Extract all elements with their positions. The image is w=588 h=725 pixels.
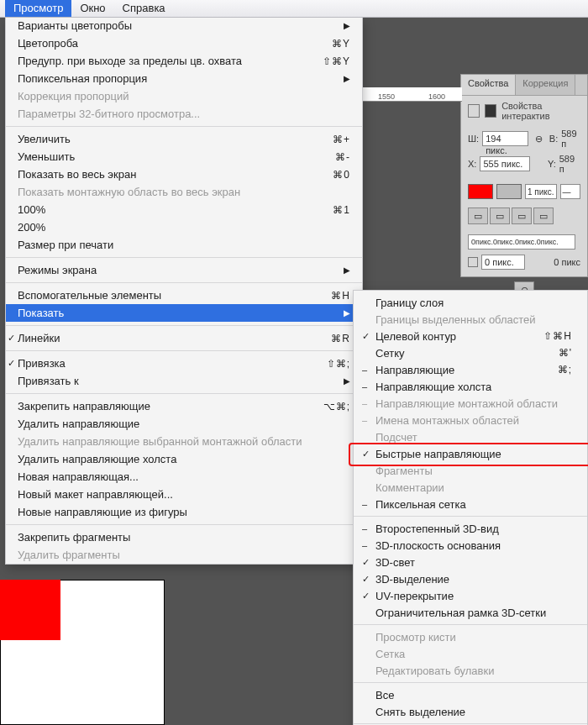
menu-label: Просмотр кисти xyxy=(375,631,572,644)
stroke-swatch[interactable] xyxy=(496,184,522,199)
align-btn-1[interactable]: ▭ xyxy=(468,208,488,224)
x-input[interactable]: 555 пикс. xyxy=(480,156,530,171)
submenu-item-25[interactable]: Все xyxy=(354,686,587,703)
submenu-arrow-icon: ▶ xyxy=(344,376,350,386)
shortcut: ⇧⌘H xyxy=(537,330,572,342)
stroke-width-select[interactable]: 1 пикс. xyxy=(525,184,557,199)
menu-label: Уменьшить xyxy=(18,150,328,163)
check-icon: ✓ xyxy=(362,591,370,602)
dash-icon: – xyxy=(362,523,367,533)
menu-item-34: Удалить фрагменты xyxy=(6,546,362,564)
check-icon: ✓ xyxy=(362,449,370,460)
stroke-style-select[interactable]: — xyxy=(560,184,580,199)
menu-item-3[interactable]: Попиксельная пропорция▶ xyxy=(6,70,362,87)
menu-item-25[interactable]: Закрепить направляющие⌥⌘; xyxy=(6,397,362,415)
submenu-item-15[interactable]: –3D-плоскость основания xyxy=(354,537,587,554)
width-input[interactable]: 194 пикс. xyxy=(482,131,528,146)
align-btn-2[interactable]: ▭ xyxy=(490,208,510,224)
menu-label: Быстрые направляющие xyxy=(375,448,572,460)
red-rectangle-shape[interactable] xyxy=(0,580,60,640)
submenu-item-18[interactable]: ✓UV-перекрытие xyxy=(354,587,587,604)
corner-input-1[interactable]: 0 пикс. xyxy=(481,255,525,270)
menu-label: Вспомогательные элементы xyxy=(18,289,324,302)
menu-item-22[interactable]: ✓Привязка⇧⌘; xyxy=(6,355,362,372)
shortcut: ⌘+ xyxy=(326,134,350,145)
submenu-item-3[interactable]: Сетку⌘' xyxy=(354,344,587,361)
submenu-item-11: Комментарии xyxy=(354,479,587,496)
menu-label: Подсчет xyxy=(375,431,572,444)
submenu-item-6: –Направляющие монтажной области xyxy=(354,395,587,412)
menu-item-13[interactable]: Размер при печати xyxy=(6,236,362,254)
corner-value-2[interactable]: 0 пикс xyxy=(554,257,580,267)
menu-item-15[interactable]: Режимы экрана▶ xyxy=(6,261,362,279)
menu-window[interactable]: Окно xyxy=(71,0,113,17)
menu-label: UV-перекрытие xyxy=(375,590,572,602)
menu-item-2[interactable]: Предупр. при выходе за пределы цв. охват… xyxy=(6,52,362,70)
menu-item-9[interactable]: Показать во весь экран⌘0 xyxy=(6,165,362,183)
shortcut: ⌘1 xyxy=(326,204,350,216)
submenu-item-0[interactable]: Границу слоя xyxy=(354,294,587,311)
menu-item-1[interactable]: Цветопроба⌘Y xyxy=(6,34,362,52)
menu-item-33[interactable]: Закрепить фрагменты xyxy=(6,528,362,546)
menu-item-17[interactable]: Вспомогательные элементы⌘H xyxy=(6,286,362,304)
align-btn-3[interactable]: ▭ xyxy=(512,208,532,224)
menu-label: 100% xyxy=(18,203,326,216)
menu-item-12[interactable]: 200% xyxy=(6,218,362,236)
dash-icon: – xyxy=(362,415,367,425)
ruler-tick: 1600 xyxy=(428,92,445,101)
submenu-item-4[interactable]: –Направляющие⌘; xyxy=(354,361,587,378)
submenu-item-14[interactable]: –Второстепенный 3D-вид xyxy=(354,520,587,537)
menu-label: Направляющие холста xyxy=(375,381,572,393)
corners-summary[interactable]: 0пикс.0пикс.0пикс.0пикс. xyxy=(468,234,575,250)
menu-label: Имена монтажных областей xyxy=(375,414,572,427)
submenu-item-26[interactable]: Снять выделение xyxy=(354,703,587,720)
y-value[interactable]: 589 п xyxy=(559,154,580,174)
menu-item-23[interactable]: Привязать к▶ xyxy=(6,372,362,390)
submenu-item-5[interactable]: –Направляющие холста xyxy=(354,378,587,395)
tab-properties[interactable]: Свойства xyxy=(461,75,516,95)
align-btn-4[interactable]: ▭ xyxy=(533,208,554,224)
submenu-item-2[interactable]: ✓Целевой контур⇧⌘H xyxy=(354,328,587,344)
menu-item-0[interactable]: Варианты цветопробы▶ xyxy=(6,17,362,34)
menu-label: Попиксельная пропорция xyxy=(18,72,344,85)
menu-view[interactable]: Просмотр xyxy=(5,0,71,17)
menu-item-7[interactable]: Увеличить⌘+ xyxy=(6,130,362,148)
menu-item-29[interactable]: Новая направляющая... xyxy=(6,468,362,486)
submenu-item-22: Сетка xyxy=(354,645,587,662)
menu-item-8[interactable]: Уменьшить⌘- xyxy=(6,148,362,165)
menu-item-30[interactable]: Новый макет направляющей... xyxy=(6,486,362,503)
menu-label: Режимы экрана xyxy=(18,264,344,276)
menu-label: Редактировать булавки xyxy=(375,665,572,677)
menu-item-31[interactable]: Новые направляющие из фигуры xyxy=(6,503,362,521)
submenu-arrow-icon: ▶ xyxy=(344,265,350,275)
menu-label: Удалить фрагменты xyxy=(18,549,350,561)
menu-label: Границу слоя xyxy=(375,297,572,309)
menu-item-26[interactable]: Удалить направляющие xyxy=(6,415,362,433)
menu-item-28[interactable]: Удалить направляющие холста xyxy=(6,450,362,468)
dash-icon: – xyxy=(362,499,367,509)
menu-item-20[interactable]: ✓Линейки⌘R xyxy=(6,329,362,347)
menu-item-18[interactable]: Показать▶ xyxy=(6,304,362,322)
fill-swatch[interactable] xyxy=(468,184,493,199)
ruler-tick: 1550 xyxy=(378,92,395,101)
submenu-arrow-icon: ▶ xyxy=(344,21,350,30)
y-label: Y: xyxy=(548,159,556,169)
submenu-item-23: Редактировать булавки xyxy=(354,662,587,679)
submenu-item-17[interactable]: ✓3D-выделение xyxy=(354,570,587,587)
corner-icon xyxy=(468,257,478,267)
submenu-item-9[interactable]: ✓Быстрые направляющие xyxy=(354,445,587,462)
submenu-item-12[interactable]: –Пиксельная сетка xyxy=(354,496,587,512)
height-value[interactable]: 589 п xyxy=(561,129,580,149)
menu-label: Границы выделенных областей xyxy=(375,313,572,326)
menu-label: Пиксельная сетка xyxy=(375,498,572,511)
submenu-item-10: Фрагменты xyxy=(354,462,587,479)
menu-label: 3D-плоскость основания xyxy=(375,539,572,552)
submenu-item-19[interactable]: Ограничительная рамка 3D-сетки xyxy=(354,604,587,621)
tab-correction[interactable]: Коррекция xyxy=(516,75,575,95)
submenu-item-21: Просмотр кисти xyxy=(354,628,587,645)
menu-label: Коррекция пропорций xyxy=(18,90,350,102)
link-wh-icon[interactable]: ⊖ xyxy=(532,134,546,144)
submenu-item-16[interactable]: ✓3D-свет xyxy=(354,554,587,570)
menu-help[interactable]: Справка xyxy=(114,0,174,17)
menu-item-11[interactable]: 100%⌘1 xyxy=(6,201,362,218)
